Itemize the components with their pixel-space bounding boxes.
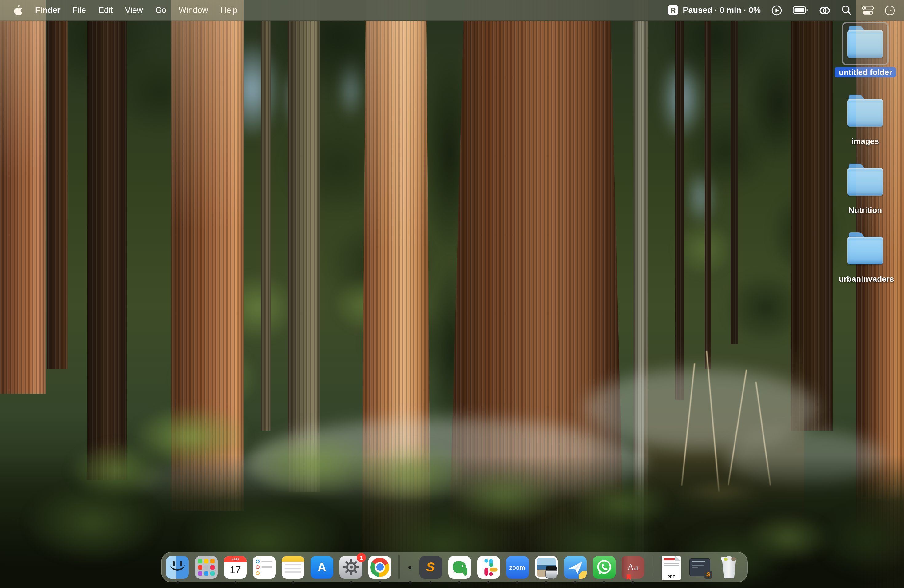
finder-icon: [166, 556, 189, 579]
tree-trunk: [0, 0, 46, 394]
dock-whatsapp[interactable]: [593, 556, 615, 579]
dock-mini-app[interactable]: [407, 556, 413, 579]
dock-finder[interactable]: [166, 556, 189, 579]
pdf-document-icon: PDF: [662, 556, 681, 580]
dock-evernote[interactable]: [448, 556, 471, 579]
dock-slack[interactable]: [477, 556, 499, 579]
mini-app-icon: [408, 566, 411, 569]
calendar-icon: FEB 17: [224, 556, 247, 579]
dock-launchpad[interactable]: [195, 556, 218, 579]
dock-trash[interactable]: [718, 556, 740, 579]
menu-item-view[interactable]: View: [119, 0, 149, 21]
evernote-icon: [448, 556, 471, 579]
dock-system-settings[interactable]: 1: [340, 556, 362, 579]
spark-mail-icon: [564, 556, 586, 579]
dock-minimized-sublime-window[interactable]: S: [689, 556, 711, 579]
dock-reminders[interactable]: [253, 556, 275, 579]
macos-desktop: Finder File Edit View Go Window Help R P…: [0, 0, 904, 588]
timer-status-item[interactable]: R Paused · 0 min · 0%: [668, 5, 761, 15]
desktop-wallpaper: [0, 0, 904, 588]
link-icon[interactable]: [819, 6, 831, 14]
dock-preview[interactable]: [535, 556, 558, 579]
dock-pdf-document[interactable]: PDF: [660, 556, 683, 579]
dock-sublime-text[interactable]: S: [419, 556, 442, 579]
sublime-badge-icon: S: [704, 571, 712, 579]
dock: FEB 17 A: [161, 552, 748, 582]
dock-app-store[interactable]: A: [311, 556, 333, 579]
bookmark-icon: [626, 574, 631, 580]
play-circle-icon[interactable]: [771, 5, 782, 16]
dock-dictionary[interactable]: Aa: [621, 556, 644, 579]
launchpad-icon: [195, 556, 218, 579]
dock-chrome[interactable]: [368, 556, 391, 579]
menu-item-file[interactable]: File: [67, 0, 93, 21]
dock-zoom[interactable]: zoom: [506, 556, 529, 579]
gear-icon: [341, 558, 360, 576]
slack-icon: [477, 556, 499, 579]
timer-app-badge: R: [668, 5, 678, 15]
dock-separator: [398, 555, 400, 579]
tree-trunk: [856, 0, 904, 588]
preview-icon: [535, 556, 558, 579]
tree-trunk: [171, 0, 243, 511]
sublime-text-icon: S: [419, 556, 442, 579]
menu-bar: Finder File Edit View Go Window Help R P…: [0, 0, 904, 21]
dictionary-icon: Aa: [621, 556, 644, 579]
app-store-icon: A: [311, 556, 333, 579]
dock-notes[interactable]: [282, 556, 304, 579]
loupe-icon: [545, 566, 557, 579]
spotlight-search-icon[interactable]: [841, 5, 852, 15]
battery-icon[interactable]: [793, 6, 808, 14]
notes-icon: [282, 556, 304, 579]
chrome-icon: [368, 556, 391, 579]
dock-calendar[interactable]: FEB 17: [224, 556, 247, 579]
minimized-window-icon: S: [689, 558, 710, 576]
menu-item-go[interactable]: Go: [149, 0, 172, 21]
dock-spark-mail[interactable]: [564, 556, 586, 579]
reminders-icon: [253, 556, 275, 579]
notification-badge: 1: [357, 553, 366, 562]
whatsapp-icon: [593, 556, 615, 579]
menu-item-edit[interactable]: Edit: [92, 0, 119, 21]
dock-separator: [651, 555, 653, 579]
timer-status-text: Paused · 0 min · 0%: [683, 6, 761, 15]
zoom-icon: zoom: [506, 556, 529, 579]
trash-full-icon: [718, 556, 740, 579]
